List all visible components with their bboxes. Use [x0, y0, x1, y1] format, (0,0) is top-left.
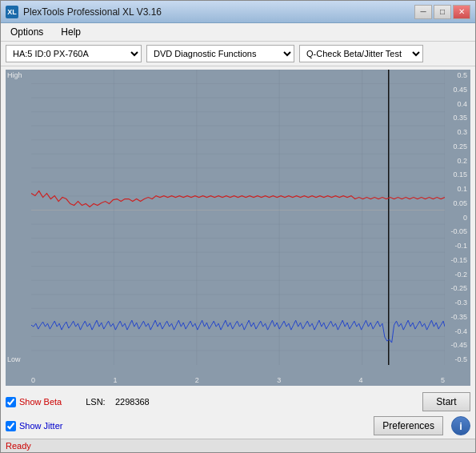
svg-rect-0 [31, 70, 445, 365]
show-jitter-label: Show Jitter [19, 421, 62, 431]
lsn-area: LSN: 2298368 [86, 397, 150, 407]
chart-bottom-labels: 0 1 2 3 4 5 [31, 376, 445, 384]
close-button[interactable]: ✕ [453, 5, 470, 19]
controls-row2: Show Jitter Preferences i [1, 415, 475, 439]
start-button[interactable]: Start [422, 392, 470, 411]
chart-inner [31, 70, 445, 365]
maximize-button[interactable]: □ [434, 5, 451, 19]
toolbar: HA:5 ID:0 PX-760A DVD Diagnostic Functio… [1, 42, 475, 66]
window-controls: ─ □ ✕ [414, 5, 470, 19]
main-window: XL PlexTools Professional XL V3.16 ─ □ ✕… [0, 0, 476, 453]
status-strip: Ready [1, 439, 475, 452]
function-select[interactable]: DVD Diagnostic Functions [146, 45, 294, 62]
preferences-button[interactable]: Preferences [374, 416, 443, 435]
test-select[interactable]: Q-Check Beta/Jitter Test [299, 45, 423, 62]
show-jitter-row: Show Jitter [6, 421, 62, 431]
menu-help[interactable]: Help [56, 25, 86, 39]
drive-select[interactable]: HA:5 ID:0 PX-760A [6, 45, 142, 62]
lsn-value: 2298368 [115, 397, 150, 407]
chart-high-label: High [7, 71, 22, 79]
lsn-label: LSN: [86, 397, 105, 407]
chart-svg [31, 70, 445, 365]
menu-bar: Options Help [1, 23, 475, 42]
info-button[interactable]: i [451, 416, 470, 435]
title-bar: XL PlexTools Professional XL V3.16 ─ □ ✕ [1, 1, 475, 23]
show-beta-label: Show Beta [19, 397, 62, 407]
controls-row1: Show Beta LSN: 2298368 Start [1, 389, 475, 415]
chart-right-labels: 0.5 0.45 0.4 0.35 0.3 0.25 0.2 0.15 0.1 … [445, 70, 470, 365]
show-beta-checkbox[interactable] [6, 397, 16, 407]
title-bar-left: XL PlexTools Professional XL V3.16 [6, 6, 162, 18]
show-jitter-checkbox[interactable] [6, 421, 16, 431]
chart-area: High Low [6, 70, 470, 386]
app-icon: XL [6, 6, 18, 18]
chart-low-label: Low [7, 355, 21, 363]
window-title: PlexTools Professional XL V3.16 [23, 6, 162, 18]
show-beta-row: Show Beta [6, 397, 62, 407]
status-text: Ready [6, 441, 31, 451]
minimize-button[interactable]: ─ [414, 5, 432, 19]
menu-options[interactable]: Options [6, 25, 48, 39]
